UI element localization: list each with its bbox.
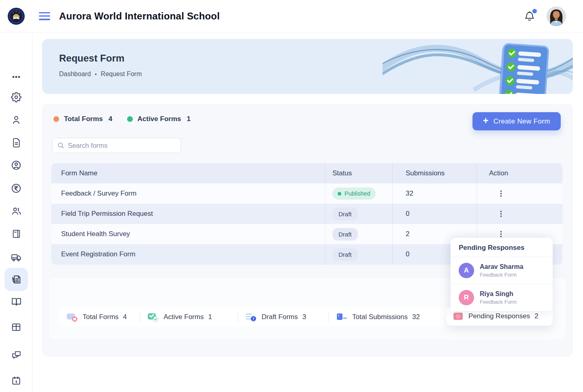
pending-responses-popover: Pending Responses A Aarav Sharma Feedbac…: [451, 238, 553, 311]
breadcrumb-separator: •: [95, 71, 97, 77]
col-status: Status: [325, 163, 392, 183]
more-icon[interactable]: [8, 69, 24, 85]
form-name: Event Registration Form: [51, 244, 325, 264]
table-row[interactable]: Feedback / Survey Form Published 32: [51, 183, 562, 204]
status-badge: Draft: [332, 248, 358, 261]
user-name: Aarav Sharma: [480, 263, 523, 271]
breadcrumb: Dashboard • Request Form: [59, 70, 142, 78]
messages-chat-icon[interactable]: [8, 347, 24, 363]
user-form: Feedback Form: [480, 299, 517, 305]
timetable-grid-icon[interactable]: [8, 319, 24, 335]
breadcrumb-current: Request Form: [101, 70, 142, 78]
search-forms-input[interactable]: [68, 142, 176, 149]
summary-label: Active Forms: [164, 313, 204, 321]
calendar-icon[interactable]: [8, 373, 24, 389]
table-row[interactable]: Field Trip Permission Request Draft 0: [51, 204, 562, 224]
hamburger-menu-icon[interactable]: [39, 12, 50, 20]
fees-rupee-icon[interactable]: [8, 180, 24, 196]
school-logo-icon: [7, 7, 25, 25]
page-title: Aurora World International School: [59, 11, 220, 22]
summary-label: Total Submissions: [352, 313, 408, 321]
draft-forms-icon: [245, 312, 257, 322]
total-forms-icon: [66, 312, 78, 322]
avatar: R: [459, 290, 474, 305]
breadcrumb-home[interactable]: Dashboard: [59, 70, 91, 78]
summary-total-submissions: Total Submissions 32: [329, 307, 446, 326]
summary-label: Draft Forms: [262, 313, 298, 321]
hero-banner: Request Form Dashboard • Request Form: [42, 39, 573, 94]
summary-draft-forms: Draft Forms 3: [238, 307, 328, 326]
status-badge: Draft: [332, 208, 358, 220]
summary-label: Pending Responses: [468, 312, 530, 320]
legend-total-forms: Total Forms 4: [53, 115, 113, 123]
orange-dot-icon: [53, 116, 59, 122]
popover-title: Pending Responses: [451, 238, 553, 257]
search-forms-box: [52, 138, 181, 153]
forms-panel: Total Forms 4 Active Forms 1 + Create Ne…: [42, 104, 573, 357]
summary-value: 4: [123, 313, 127, 321]
col-submissions: Submissions: [392, 163, 477, 183]
legend-active-value: 1: [187, 115, 190, 123]
form-name: Feedback / Survey Form: [51, 183, 325, 204]
form-name: Student Health Survey: [51, 224, 325, 244]
submissions-count: 32: [392, 183, 477, 204]
notification-bell-icon[interactable]: [524, 11, 535, 22]
document-icon[interactable]: [8, 134, 24, 151]
submissions-count: 0: [392, 204, 477, 224]
green-dot-icon: [127, 116, 133, 122]
legend-active-forms: Active Forms 1: [127, 115, 191, 123]
user-avatar[interactable]: [547, 6, 566, 26]
summary-label: Total Forms: [83, 313, 119, 321]
app-header: Aurora World International School: [0, 0, 583, 32]
summary-active-forms: Active Forms 1: [140, 307, 238, 326]
col-action: Action: [477, 163, 562, 183]
status-badge: Draft: [332, 228, 358, 241]
pending-user-row: R Riya Singh Feedback Form: [451, 284, 553, 311]
legend-total-label: Total Forms: [64, 115, 103, 123]
table-header-row: Form Name Status Submissions Action: [51, 163, 562, 183]
settings-gear-icon[interactable]: [8, 89, 24, 105]
create-new-form-label: Create New Form: [494, 117, 550, 126]
avatar: A: [459, 263, 474, 278]
request-form-icon[interactable]: [4, 268, 28, 291]
summary-value: 1: [208, 313, 212, 321]
sidebar: [0, 32, 32, 392]
col-form-name: Form Name: [51, 163, 325, 183]
summary-value: 2: [534, 312, 538, 320]
user-name: Riya Singh: [480, 290, 517, 298]
summary-value: 3: [302, 313, 306, 321]
plus-icon: +: [483, 116, 489, 126]
search-icon: [57, 142, 64, 149]
pending-user-row: A Aarav Sharma Feedback Form: [451, 257, 553, 284]
profile-circle-icon[interactable]: [8, 157, 24, 173]
library-book-icon[interactable]: [8, 294, 24, 310]
create-new-form-button[interactable]: + Create New Form: [472, 112, 561, 130]
forms-legend: Total Forms 4 Active Forms 1: [53, 115, 200, 123]
user-form: Feedback Form: [480, 272, 523, 278]
form-name: Field Trip Permission Request: [51, 204, 325, 224]
active-forms-icon: [147, 312, 159, 322]
summary-value: 32: [412, 313, 420, 321]
total-submissions-icon: [336, 312, 348, 322]
legend-active-label: Active Forms: [138, 115, 181, 123]
row-actions-menu-icon[interactable]: [499, 189, 503, 198]
notebook-icon[interactable]: [8, 226, 24, 242]
user-icon[interactable]: [8, 112, 24, 128]
users-group-icon[interactable]: [8, 203, 24, 219]
legend-total-value: 4: [109, 115, 112, 123]
notification-badge: [532, 9, 537, 13]
checklist-illustration: [498, 44, 549, 94]
hero-waves-illustration: [383, 39, 573, 94]
row-actions-menu-icon[interactable]: [499, 209, 503, 218]
pending-responses-icon: [453, 311, 464, 322]
summary-total-forms: Total Forms 4: [59, 307, 140, 326]
hero-title: Request Form: [59, 53, 124, 64]
status-badge: Published: [332, 187, 376, 200]
transport-bus-icon[interactable]: [8, 249, 24, 266]
